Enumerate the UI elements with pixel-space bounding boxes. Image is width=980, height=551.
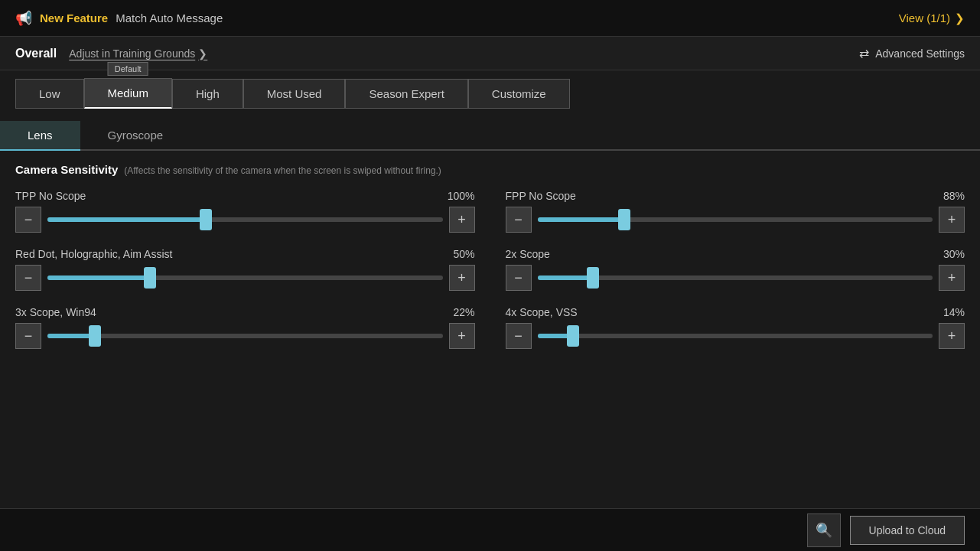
slider-fpp-row: − + — [506, 207, 965, 233]
training-label: Adjust in Training Grounds — [69, 47, 195, 60]
tab-medium[interactable]: Default Medium — [84, 78, 172, 109]
top-bar: 📢 New Feature Match Auto Message View (1… — [0, 0, 980, 37]
tab-season-expert-label: Season Expert — [369, 87, 444, 100]
tab-most-used[interactable]: Most Used — [243, 79, 346, 109]
slider-tpp-name: TPP No Scope — [15, 190, 86, 202]
content-area: Camera Sensitivity (Affects the sensitiv… — [0, 151, 980, 361]
slider-tpp-value: 100% — [448, 190, 475, 202]
view-button[interactable]: View (1/1) ❯ — [899, 11, 965, 25]
tab-high[interactable]: High — [172, 79, 243, 109]
tab-season-expert[interactable]: Season Expert — [345, 79, 467, 109]
sub-tab-row: Lens Gyroscope — [0, 121, 980, 151]
tab-customize[interactable]: Customize — [468, 79, 570, 109]
new-feature-label: New Feature — [40, 11, 108, 24]
slider-4x-plus[interactable]: + — [939, 323, 965, 349]
section-title: Camera Sensitivity — [15, 163, 118, 176]
slider-4x-name: 4x Scope, VSS — [506, 306, 578, 318]
preset-tabs-row: Low Default Medium High Most Used Season… — [0, 70, 980, 109]
slider-4x-thumb[interactable] — [567, 325, 579, 347]
search-icon: 🔍 — [816, 522, 832, 539]
slider-3x-name: 3x Scope, Win94 — [15, 306, 96, 318]
slider-fpp-value: 88% — [943, 190, 965, 202]
slider-red-dot: Red Dot, Holographic, Aim Assist 50% − + — [15, 248, 475, 291]
slider-red-dot-plus[interactable]: + — [449, 265, 475, 291]
slider-2x-minus[interactable]: − — [506, 265, 532, 291]
tab-customize-label: Customize — [492, 87, 546, 100]
slider-fpp-name: FPP No Scope — [506, 190, 576, 202]
slider-red-dot-row: − + — [15, 265, 475, 291]
bottom-bar: 🔍 Upload to Cloud — [0, 508, 980, 551]
adjust-training-link[interactable]: Adjust in Training Grounds ❯ — [69, 47, 207, 60]
advanced-settings-button[interactable]: ⇄ Advanced Settings — [859, 46, 965, 60]
slider-fpp-fill — [538, 217, 625, 222]
settings-icon: ⇄ — [859, 46, 869, 60]
slider-fpp-track[interactable] — [538, 217, 933, 222]
slider-red-dot-name: Red Dot, Holographic, Aim Assist — [15, 248, 172, 260]
slider-2x-thumb[interactable] — [587, 267, 599, 289]
slider-4x-value: 14% — [943, 306, 965, 318]
slider-4x-header: 4x Scope, VSS 14% — [506, 306, 965, 318]
slider-2x-fill — [538, 276, 593, 280]
slider-2x-name: 2x Scope — [506, 248, 550, 260]
tab-gyroscope-label: Gyroscope — [108, 129, 164, 142]
tab-gyroscope[interactable]: Gyroscope — [80, 121, 191, 151]
slider-2x-plus[interactable]: + — [939, 265, 965, 291]
tab-high-label: High — [196, 87, 220, 100]
slider-tpp-no-scope: TPP No Scope 100% − + — [15, 190, 475, 233]
advanced-settings-label: Advanced Settings — [875, 47, 965, 60]
upload-label: Upload to Cloud — [869, 524, 946, 536]
nav-left: Overall Adjust in Training Grounds ❯ — [15, 47, 207, 60]
default-label: Default — [108, 62, 148, 76]
slider-red-dot-thumb[interactable] — [144, 267, 156, 289]
slider-red-dot-value: 50% — [453, 248, 474, 260]
tab-lens-label: Lens — [28, 129, 53, 142]
slider-tpp-thumb[interactable] — [200, 209, 212, 230]
slider-3x-track[interactable] — [47, 334, 443, 338]
tab-medium-label: Medium — [108, 86, 148, 99]
slider-2x-track[interactable] — [538, 276, 933, 280]
slider-4x-track[interactable] — [538, 334, 933, 338]
slider-2x-scope: 2x Scope 30% − + — [506, 248, 965, 291]
match-auto-message: Match Auto Message — [116, 11, 223, 24]
tab-lens[interactable]: Lens — [0, 121, 80, 151]
slider-tpp-minus[interactable]: − — [15, 207, 41, 233]
slider-3x-thumb[interactable] — [89, 325, 101, 347]
slider-3x-row: − + — [15, 323, 475, 349]
slider-2x-header: 2x Scope 30% — [506, 248, 965, 260]
slider-fpp-no-scope: FPP No Scope 88% − + — [506, 190, 965, 233]
slider-4x-scope: 4x Scope, VSS 14% − + — [506, 306, 965, 349]
slider-tpp-row: − + — [15, 207, 475, 233]
training-chevron-icon: ❯ — [198, 47, 207, 60]
view-chevron-icon: ❯ — [955, 11, 965, 25]
slider-tpp-track[interactable] — [47, 217, 443, 222]
slider-2x-row: − + — [506, 265, 965, 291]
slider-3x-fill — [47, 334, 95, 338]
slider-red-dot-fill — [47, 276, 150, 280]
slider-4x-minus[interactable]: − — [506, 323, 532, 349]
slider-2x-value: 30% — [943, 248, 965, 260]
view-label: View (1/1) — [899, 11, 950, 24]
slider-tpp-header: TPP No Scope 100% — [15, 190, 475, 202]
slider-fpp-minus[interactable]: − — [506, 207, 532, 233]
slider-fpp-thumb[interactable] — [618, 209, 630, 230]
tab-low-label: Low — [39, 87, 60, 100]
notification-area: 📢 New Feature Match Auto Message — [15, 10, 223, 27]
slider-3x-plus[interactable]: + — [449, 323, 475, 349]
tab-most-used-label: Most Used — [267, 87, 322, 100]
slider-3x-scope: 3x Scope, Win94 22% − + — [15, 306, 475, 349]
slider-3x-value: 22% — [453, 306, 474, 318]
slider-red-dot-minus[interactable]: − — [15, 265, 41, 291]
slider-tpp-fill — [47, 217, 206, 222]
slider-tpp-plus[interactable]: + — [449, 207, 475, 233]
slider-fpp-plus[interactable]: + — [939, 207, 965, 233]
slider-red-dot-header: Red Dot, Holographic, Aim Assist 50% — [15, 248, 475, 260]
upload-to-cloud-button[interactable]: Upload to Cloud — [850, 516, 965, 545]
slider-3x-minus[interactable]: − — [15, 323, 41, 349]
sensitivity-grid: TPP No Scope 100% − + FPP No Scope 88% − — [15, 190, 965, 349]
tab-low[interactable]: Low — [15, 79, 84, 109]
overall-tab[interactable]: Overall — [15, 47, 57, 60]
search-button[interactable]: 🔍 — [807, 514, 841, 547]
slider-red-dot-track[interactable] — [47, 276, 443, 280]
section-subtitle: (Affects the sensitivity of the camera w… — [124, 165, 441, 176]
slider-4x-row: − + — [506, 323, 965, 349]
